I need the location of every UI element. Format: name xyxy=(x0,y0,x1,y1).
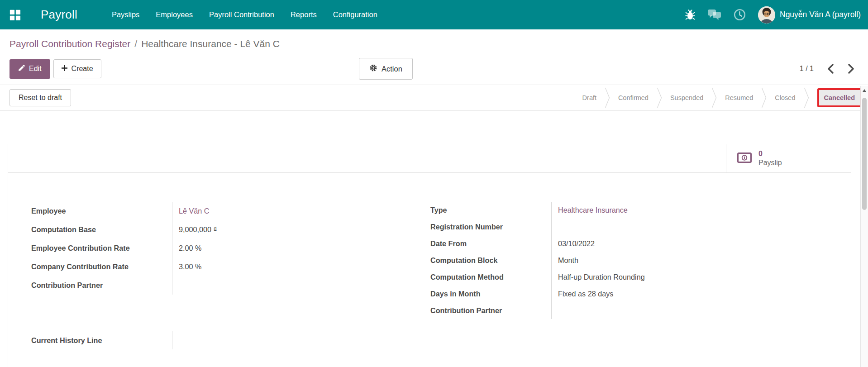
payslip-stat-text: 0 Payslip xyxy=(758,149,782,167)
field-value-employee-contribution-rate: 2.00 % xyxy=(172,244,201,253)
field-row: Type Healthcare Insurance xyxy=(426,202,842,219)
step-chevron-icon xyxy=(605,86,610,109)
menu-employees[interactable]: Employees xyxy=(156,10,193,19)
chat-bubbles-icon[interactable] xyxy=(707,9,721,21)
field-value-employee[interactable]: Lê Văn C xyxy=(172,207,210,215)
edit-button-label: Edit xyxy=(29,65,42,73)
field-value-computation-method: Half-up Duration Rounding xyxy=(552,273,645,281)
step-chevron-icon xyxy=(761,86,767,109)
clock-icon[interactable] xyxy=(734,9,746,21)
breadcrumb-parent-link[interactable]: Payroll Contribution Register xyxy=(10,38,130,49)
field-row: Computation Block Month xyxy=(426,252,842,269)
step-chevron-icon xyxy=(711,86,717,109)
user-menu[interactable]: Nguyễn Văn A (payroll) xyxy=(758,6,861,24)
scrollbar-thumb[interactable] xyxy=(862,98,867,210)
field-value-days-in-month: Fixed as 28 days xyxy=(552,290,613,298)
chevron-left-icon[interactable] xyxy=(827,64,834,74)
field-row: Company Contribution Rate 3.00 % xyxy=(25,257,410,276)
field-value-computation-base: 9,000,000 ₫ xyxy=(172,225,217,234)
field-label-computation-block: Computation Block xyxy=(426,252,552,269)
breadcrumb: Payroll Contribution Register/Healthcare… xyxy=(0,29,868,53)
menu-payslips[interactable]: Payslips xyxy=(112,10,139,19)
scroll-up-arrow-icon[interactable] xyxy=(861,86,868,95)
edit-button[interactable]: Edit xyxy=(10,59,50,79)
field-group-left: Employee Lê Văn C Computation Base 9,000… xyxy=(25,202,410,319)
pencil-icon xyxy=(18,65,25,73)
status-step-resumed[interactable]: Resumed xyxy=(725,94,753,101)
apps-grid-icon[interactable] xyxy=(8,8,22,22)
field-row: Days in Month Fixed as 28 days xyxy=(426,286,842,302)
status-step-cancelled-active[interactable]: Cancelled xyxy=(819,90,860,105)
top-navbar: Payroll Payslips Employees Payroll Contr… xyxy=(0,0,868,29)
button-box: 0 Payslip xyxy=(8,144,851,173)
money-icon xyxy=(737,153,752,165)
current-history-line-row: Current History Line xyxy=(25,331,410,349)
field-label-type: Type xyxy=(426,202,552,219)
topbar-systray: Nguyễn Văn A (payroll) xyxy=(685,6,868,24)
field-label-computation-method: Computation Method xyxy=(426,269,552,286)
step-chevron-icon xyxy=(804,86,809,109)
status-step-draft[interactable]: Draft xyxy=(582,94,596,101)
bug-icon[interactable] xyxy=(685,10,695,20)
main-menu: Payslips Employees Payroll Contribution … xyxy=(112,10,377,19)
payroll-contribution-form-page: Payroll Payslips Employees Payroll Contr… xyxy=(0,0,868,367)
step-chevron-icon xyxy=(657,86,662,109)
payslip-label: Payslip xyxy=(758,158,782,167)
field-label-computation-base: Computation Base xyxy=(25,220,172,239)
action-button-label: Action xyxy=(382,65,402,73)
plus-icon xyxy=(62,65,67,73)
menu-payroll-contribution[interactable]: Payroll Contribution xyxy=(209,10,274,19)
menu-configuration[interactable]: Configuration xyxy=(333,10,377,19)
field-label-contribution-partner-right: Contribution Partner xyxy=(426,302,552,319)
menu-reports[interactable]: Reports xyxy=(291,10,317,19)
payslip-stat-button[interactable]: 0 Payslip xyxy=(726,144,851,172)
create-button-label: Create xyxy=(72,65,93,73)
field-row: Registration Number xyxy=(426,219,842,235)
field-label-contribution-partner: Contribution Partner xyxy=(25,276,172,295)
gear-icon xyxy=(369,64,377,74)
field-label-employee: Employee xyxy=(25,202,172,220)
field-label-company-contribution-rate: Company Contribution Rate xyxy=(25,257,172,276)
control-panel: Edit Create Action 1 / 1 xyxy=(0,53,868,85)
field-row: Computation Method Half-up Duration Roun… xyxy=(426,269,842,286)
breadcrumb-current: Healthcare Insurance - Lê Văn C xyxy=(141,38,280,49)
field-row: Contribution Partner xyxy=(25,276,410,295)
status-step-suspended[interactable]: Suspended xyxy=(670,94,703,101)
field-row: Date From 03/10/2022 xyxy=(426,235,842,252)
annotation-highlight-box: Cancelled xyxy=(817,88,862,107)
user-name: Nguyễn Văn A (payroll) xyxy=(780,10,861,19)
form-sheet: 0 Payslip Employee Lê Văn C Computation … xyxy=(8,144,851,367)
field-row: Employee Contribution Rate 2.00 % xyxy=(25,239,410,257)
field-group-right: Type Healthcare Insurance Registration N… xyxy=(426,202,842,319)
field-label-registration-number: Registration Number xyxy=(426,219,552,235)
create-button[interactable]: Create xyxy=(53,59,101,78)
field-label-current-history-line: Current History Line xyxy=(25,331,172,349)
field-value-company-contribution-rate: 3.00 % xyxy=(172,262,201,271)
field-label-employee-contribution-rate: Employee Contribution Rate xyxy=(25,239,172,257)
reset-to-draft-button[interactable]: Reset to draft xyxy=(10,89,71,106)
field-value-type[interactable]: Healthcare Insurance xyxy=(552,206,628,214)
status-step-closed[interactable]: Closed xyxy=(775,94,795,101)
field-label-days-in-month: Days in Month xyxy=(426,286,552,302)
field-row: Employee Lê Văn C xyxy=(25,202,410,220)
field-value-date-from: 03/10/2022 xyxy=(552,239,595,248)
field-value-computation-block: Month xyxy=(552,256,578,265)
field-row: Contribution Partner xyxy=(426,302,842,319)
avatar xyxy=(758,6,775,24)
statusbar: Reset to draft Draft Confirmed Suspended… xyxy=(0,85,868,110)
status-step-confirmed[interactable]: Confirmed xyxy=(618,94,649,101)
form-fields: Employee Lê Văn C Computation Base 9,000… xyxy=(8,202,851,319)
app-title[interactable]: Payroll xyxy=(41,8,77,22)
pager: 1 / 1 xyxy=(800,64,868,74)
payslip-count: 0 xyxy=(758,149,782,158)
pager-value: 1 / 1 xyxy=(800,65,814,73)
status-steps: Draft Confirmed Suspended Resumed Closed… xyxy=(582,86,862,109)
action-button[interactable]: Action xyxy=(359,58,413,80)
field-label-date-from: Date From xyxy=(426,235,552,252)
vertical-scrollbar[interactable] xyxy=(860,86,868,367)
breadcrumb-separator: / xyxy=(134,38,137,49)
field-row: Computation Base 9,000,000 ₫ xyxy=(25,220,410,239)
chevron-right-icon[interactable] xyxy=(848,64,854,74)
